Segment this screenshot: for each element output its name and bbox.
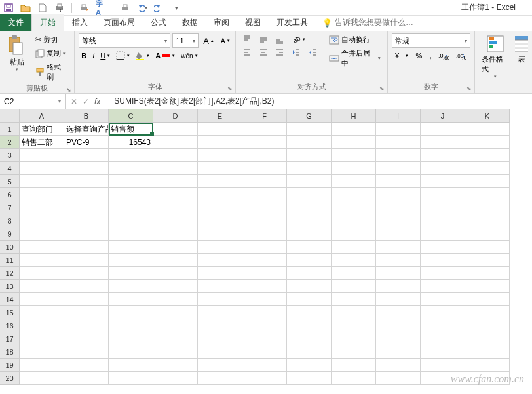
cell[interactable] <box>64 319 109 332</box>
decrease-decimal-icon[interactable]: .00.0 <box>453 50 469 61</box>
cell[interactable] <box>376 306 421 319</box>
cell[interactable] <box>332 332 376 345</box>
column-header[interactable]: C <box>109 109 153 123</box>
copy-button[interactable]: 复制▾ <box>33 47 70 60</box>
cell[interactable] <box>421 188 465 201</box>
cell[interactable] <box>109 201 153 214</box>
cell[interactable] <box>465 214 510 227</box>
cell[interactable] <box>287 293 332 306</box>
cell[interactable] <box>198 293 242 306</box>
column-header[interactable]: G <box>287 109 332 123</box>
tab-insert[interactable]: 插入 <box>64 14 96 31</box>
quick-print-icon[interactable] <box>79 3 89 13</box>
cell[interactable] <box>109 359 153 372</box>
cell[interactable] <box>332 175 376 188</box>
cell[interactable] <box>242 175 287 188</box>
alignment-launcher-icon[interactable]: ⬊ <box>379 85 385 92</box>
cell[interactable] <box>242 254 287 267</box>
cell[interactable] <box>421 319 465 332</box>
cell[interactable] <box>465 267 510 280</box>
cell[interactable] <box>198 162 242 175</box>
cell[interactable] <box>332 254 376 267</box>
cell[interactable] <box>376 254 421 267</box>
cell[interactable] <box>465 227 510 241</box>
cell[interactable] <box>153 214 198 227</box>
cell[interactable] <box>287 372 332 385</box>
cell[interactable] <box>465 254 510 267</box>
row-header[interactable]: 20 <box>0 372 20 385</box>
cell[interactable] <box>242 332 287 345</box>
cell[interactable] <box>465 332 510 345</box>
cell[interactable] <box>109 345 153 359</box>
cell[interactable] <box>153 293 198 306</box>
cell[interactable] <box>242 280 287 293</box>
cell[interactable] <box>109 332 153 345</box>
cell[interactable] <box>465 149 510 162</box>
cell[interactable] <box>376 241 421 254</box>
cell[interactable] <box>287 267 332 280</box>
cell[interactable] <box>198 214 242 227</box>
phonetic-button[interactable]: wén▾ <box>178 51 200 61</box>
cell[interactable] <box>376 227 421 241</box>
cell[interactable] <box>20 188 64 201</box>
cell[interactable] <box>242 214 287 227</box>
cell[interactable] <box>332 136 376 149</box>
print-preview-icon[interactable] <box>54 3 65 13</box>
cell[interactable] <box>153 345 198 359</box>
bold-button[interactable]: B <box>79 50 89 61</box>
cell[interactable] <box>242 188 287 201</box>
cell[interactable] <box>64 267 109 280</box>
cell[interactable] <box>376 267 421 280</box>
cell[interactable] <box>421 123 465 136</box>
border-button[interactable]: ▾ <box>113 50 132 62</box>
cell[interactable] <box>421 359 465 372</box>
cell[interactable] <box>153 332 198 345</box>
cell[interactable] <box>20 254 64 267</box>
percent-icon[interactable]: % <box>413 50 425 61</box>
cell[interactable] <box>287 175 332 188</box>
row-header[interactable]: 8 <box>0 214 20 227</box>
cell[interactable] <box>109 372 153 385</box>
cell[interactable] <box>376 175 421 188</box>
cell[interactable] <box>242 241 287 254</box>
cell[interactable] <box>465 306 510 319</box>
cell[interactable] <box>64 332 109 345</box>
row-header[interactable]: 11 <box>0 254 20 267</box>
customize-qat-icon[interactable]: ▾ <box>171 3 181 13</box>
align-top-icon[interactable] <box>240 33 254 45</box>
cell[interactable] <box>198 188 242 201</box>
cell[interactable] <box>109 227 153 241</box>
cell[interactable]: 16543 <box>109 136 153 149</box>
cell[interactable] <box>421 149 465 162</box>
cell[interactable] <box>332 280 376 293</box>
cell[interactable] <box>376 319 421 332</box>
cell[interactable] <box>64 162 109 175</box>
orientation-icon[interactable]: ab▾ <box>289 33 308 45</box>
cell[interactable] <box>20 306 64 319</box>
cell[interactable] <box>64 293 109 306</box>
cell[interactable] <box>287 123 332 136</box>
cell[interactable] <box>287 188 332 201</box>
tell-me-search[interactable]: 💡 告诉我您想要做什么… <box>316 14 420 31</box>
column-header[interactable]: D <box>153 109 198 123</box>
cell[interactable] <box>421 306 465 319</box>
cell[interactable] <box>153 149 198 162</box>
cell[interactable] <box>20 241 64 254</box>
tab-review[interactable]: 审阅 <box>206 14 237 31</box>
cell[interactable] <box>287 241 332 254</box>
cell[interactable] <box>465 241 510 254</box>
cell[interactable]: 查询部门 <box>20 123 64 136</box>
cell[interactable] <box>376 359 421 372</box>
cell[interactable] <box>242 149 287 162</box>
accounting-format-icon[interactable]: ¥▾ <box>392 50 411 62</box>
cell[interactable] <box>332 319 376 332</box>
tab-view[interactable]: 视图 <box>237 14 269 31</box>
cell[interactable] <box>242 372 287 385</box>
undo-icon[interactable]: ▾ <box>137 3 147 13</box>
tab-file[interactable]: 文件 <box>0 14 31 31</box>
font-color-button[interactable]: A▾ <box>153 50 178 61</box>
cell[interactable] <box>376 345 421 359</box>
cell[interactable] <box>287 149 332 162</box>
cell[interactable] <box>64 254 109 267</box>
tab-formulas[interactable]: 公式 <box>143 14 174 31</box>
